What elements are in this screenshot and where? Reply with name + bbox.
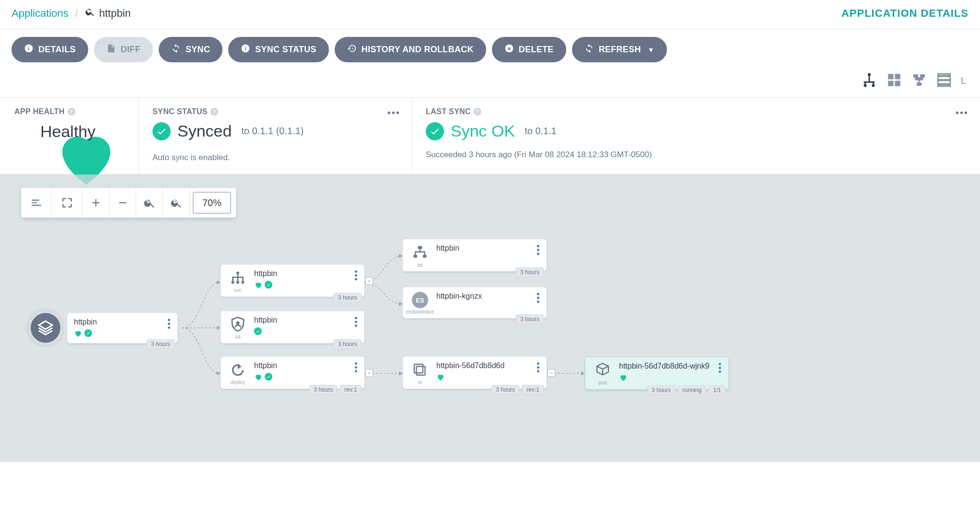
sync-button[interactable]: SYNC (159, 37, 222, 62)
node-collapse-button[interactable]: − (548, 369, 555, 377)
toolbar-density-button[interactable] (21, 188, 52, 218)
file-icon (106, 44, 116, 56)
node-rs[interactable]: rs httpbin-56d7db8d6d − 3 hoursrev:1 (403, 357, 547, 389)
node-ep[interactable]: ep httpbin 3 hours (403, 239, 547, 271)
page-title: APPLICATION DETAILS (841, 7, 968, 20)
node-sa-name: httpbin (254, 316, 277, 325)
node-menu-button[interactable] (534, 362, 542, 372)
details-button[interactable]: DETAILS (12, 37, 88, 62)
synced-icon (265, 281, 272, 289)
panel-app-health: APP HEALTH? Healthy (0, 98, 139, 174)
synced-icon (254, 327, 262, 335)
history-icon (347, 44, 357, 56)
close-icon (504, 44, 514, 56)
diff-button-label: DIFF (121, 45, 140, 55)
app-name-container: httpbin (85, 7, 131, 20)
node-menu-button[interactable] (716, 363, 723, 373)
breadcrumb: Applications / httpbin (12, 7, 131, 20)
node-ready-pill: 1/1 (709, 385, 725, 395)
canvas-toolbar: 70% (21, 188, 236, 218)
node-kind-label: svc (234, 288, 242, 293)
view-label-cut: L (961, 75, 968, 86)
view-list-button[interactable] (936, 72, 952, 90)
topbar: Applications / httpbin APPLICATION DETAI… (0, 0, 980, 29)
toolbar-zoom-out-button[interactable] (163, 188, 190, 218)
replicaset-icon: rs (409, 361, 431, 385)
info-icon (241, 44, 250, 56)
toolbar-zoom-in-button[interactable] (136, 188, 163, 218)
node-collapse-button[interactable]: − (365, 369, 373, 377)
panel-sync-status: SYNC STATUS? ••• Synced to 0.1.1 (0.1.1)… (139, 98, 412, 174)
panel-sync-more-button[interactable]: ••• (387, 107, 400, 118)
node-age-pill: 3 hours (334, 293, 362, 302)
node-menu-button[interactable] (165, 319, 173, 329)
node-kind-label: rs (418, 380, 422, 385)
es-badge: ES (412, 292, 428, 308)
diff-button[interactable]: DIFF (94, 37, 153, 62)
node-pod-name: httpbin-56d7db8d6d-wjnk9 (619, 362, 710, 371)
action-bar: DETAILS DIFF SYNC SYNC STATUS HISTORY AN… (0, 29, 980, 70)
heart-icon (436, 373, 445, 383)
node-menu-button[interactable] (534, 293, 542, 303)
node-root[interactable]: httpbin 3 hours (29, 311, 177, 345)
node-menu-button[interactable] (352, 317, 360, 327)
breadcrumb-root-link[interactable]: Applications (12, 7, 69, 20)
view-grid-button[interactable] (886, 72, 902, 90)
zoom-level[interactable]: 70% (193, 192, 231, 214)
node-sa[interactable]: sa httpbin 3 hours (221, 311, 364, 343)
resource-tree: httpbin 3 hours svc httpbin (29, 237, 980, 457)
toolbar-fit-button[interactable] (52, 188, 82, 218)
node-menu-button[interactable] (534, 245, 542, 255)
info-icon (24, 44, 34, 56)
panel-last-sync-more-button[interactable]: ••• (956, 107, 968, 118)
node-kind-label: endpointslice (406, 309, 434, 314)
panel-label-health: APP HEALTH? (14, 107, 125, 116)
last-sync-version: to 0.1.1 (525, 126, 557, 137)
node-menu-button[interactable] (352, 362, 360, 372)
node-root-name: httpbin (74, 318, 97, 326)
last-sync-detail: Succeeded 3 hours ago (Fri Mar 08 2024 1… (426, 150, 685, 160)
heart-icon (74, 329, 82, 339)
node-svc-name: httpbin (254, 269, 277, 278)
view-tree-button[interactable] (861, 72, 877, 90)
node-menu-button[interactable] (352, 270, 360, 280)
breadcrumb-app-name: httpbin (99, 7, 131, 20)
history-button[interactable]: HISTORY AND ROLLBACK (335, 37, 486, 62)
toolbar-zoom-in-step-button[interactable] (82, 188, 109, 218)
node-deploy[interactable]: deploy httpbin − 3 hoursrev:1 (221, 357, 364, 389)
node-kind-label: deploy (231, 380, 245, 385)
help-icon[interactable]: ? (474, 108, 481, 116)
node-pod[interactable]: pod httpbin-56d7db8d6d-wjnk9 3 hours run… (585, 357, 729, 390)
view-network-button[interactable] (911, 72, 927, 90)
details-button-label: DETAILS (38, 45, 76, 55)
node-rs-name: httpbin-56d7db8d6d (436, 361, 504, 370)
heart-icon (14, 122, 34, 141)
refresh-button[interactable]: REFRESH▼ (572, 37, 667, 62)
tree-canvas[interactable]: 70% httpbin (0, 174, 980, 462)
node-svc[interactable]: svc httpbin − 3 hours (221, 265, 364, 297)
synced-icon (84, 329, 92, 337)
node-age-pill: 3 hours (516, 267, 544, 277)
endpoints-icon: ep (409, 244, 431, 267)
node-endpointslice[interactable]: ES endpointslice httpbin-kgnzx 3 hours (403, 287, 547, 318)
toolbar-zoom-out-step-button[interactable] (109, 188, 136, 218)
sync-button-label: SYNC (186, 45, 210, 55)
sync-status-button[interactable]: SYNC STATUS (228, 37, 329, 62)
help-icon[interactable]: ? (210, 108, 218, 116)
chevron-down-icon: ▼ (648, 46, 654, 54)
panel-value-health: Healthy (14, 122, 125, 141)
app-icon (29, 311, 62, 345)
heart-icon (254, 281, 263, 291)
last-sync-label-text: LAST SYNC (426, 107, 471, 116)
refresh-button-label: REFRESH (599, 45, 641, 55)
delete-button-label: DELETE (519, 45, 554, 55)
delete-button[interactable]: DELETE (492, 37, 566, 62)
node-collapse-button[interactable]: − (365, 277, 373, 285)
node-deploy-name: httpbin (254, 361, 277, 370)
node-age-pill: 3 hours (334, 339, 362, 349)
view-switcher: L (0, 70, 980, 97)
check-circle-icon (426, 122, 444, 140)
health-label-text: APP HEALTH (14, 107, 65, 116)
help-icon[interactable]: ? (68, 108, 75, 116)
breadcrumb-separator: / (75, 7, 78, 20)
